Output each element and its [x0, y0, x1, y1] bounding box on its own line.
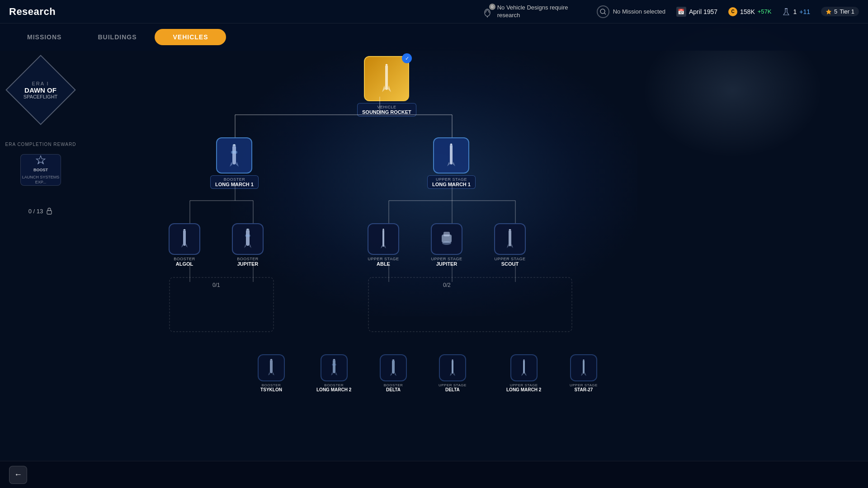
scout-card[interactable]	[494, 223, 526, 255]
node-sounding-rocket[interactable]: ✓ VEHICLE SOUNDING ROCKET	[357, 56, 416, 117]
tabs-bar: MISSIONS BUILDINGS VEHICLES	[0, 23, 868, 51]
scout-label: UPPER STAGE	[495, 257, 526, 261]
node-upper-stage-long-march-1[interactable]: UPPER STAGE LONG MARCH 1	[427, 137, 476, 189]
upper-lm1-label: UPPER STAGE	[432, 177, 471, 182]
node-upper-lm2[interactable]: UPPER STAGE LONG MARCH 2	[506, 354, 541, 392]
sounding-rocket-card[interactable]: ✓	[364, 56, 409, 101]
star27-card[interactable]	[570, 354, 597, 381]
science-delta: +11	[799, 8, 810, 15]
tab-buildings[interactable]: BUILDINGS	[80, 29, 155, 45]
header: Research 0 No Vehicle Designs require re…	[0, 0, 868, 23]
svg-rect-37	[245, 235, 250, 237]
tsyklon-label: BOOSTER	[260, 383, 282, 387]
booster-delta-card[interactable]	[380, 354, 407, 381]
svg-rect-40	[443, 232, 450, 236]
date-stat: 📅 April 1957	[676, 7, 717, 17]
sounding-rocket-checkmark: ✓	[402, 53, 412, 63]
upper-lm1-icon	[442, 142, 460, 169]
era-name: DAWN OF	[24, 86, 58, 94]
algol-card[interactable]	[169, 223, 200, 255]
search-icon	[597, 5, 609, 18]
booster-delta-badge: BOOSTER DELTA	[384, 383, 403, 392]
svg-rect-44	[333, 360, 335, 373]
tsyklon-name: TSYKLON	[260, 387, 282, 392]
tier-count: 5	[834, 8, 837, 15]
calendar-icon: 📅	[676, 7, 686, 17]
back-button[interactable]: ←	[9, 466, 27, 484]
algol-badge: BOOSTER ALGOL	[174, 257, 195, 267]
able-name: ABLE	[368, 261, 399, 267]
able-card[interactable]	[368, 223, 399, 255]
booster-lm1-icon	[225, 142, 243, 169]
node-booster-delta[interactable]: BOOSTER DELTA	[380, 354, 407, 392]
star27-icon	[578, 358, 589, 377]
science-stat: 1 +11	[782, 8, 810, 16]
svg-rect-35	[183, 230, 186, 246]
algol-name: ALGOL	[174, 261, 195, 267]
node-upper-delta[interactable]: UPPER STAGE DELTA	[439, 354, 467, 392]
scout-name: SCOUT	[495, 261, 526, 267]
upper-lm2-icon	[519, 358, 529, 377]
vehicles-badge: 0	[489, 4, 495, 10]
booster-lm1-name: LONG MARCH 1	[215, 182, 254, 187]
able-badge: UPPER STAGE ABLE	[368, 257, 399, 267]
upper-delta-icon	[447, 358, 458, 377]
svg-rect-34	[450, 145, 453, 164]
algol-icon	[178, 228, 191, 250]
svg-rect-7	[47, 211, 52, 214]
upper-delta-card[interactable]	[439, 354, 466, 381]
mission-notification: No Mission selected	[597, 5, 665, 18]
star27-name: STAR-27	[570, 387, 598, 392]
era-roman: ERA I	[24, 81, 58, 86]
booster-lm1-card[interactable]	[216, 137, 252, 174]
svg-rect-36	[246, 230, 250, 246]
scout-icon	[504, 228, 516, 250]
booster-jupiter-card[interactable]	[232, 223, 264, 255]
upper-lm2-badge: UPPER STAGE LONG MARCH 2	[506, 383, 541, 392]
tab-missions[interactable]: MISSIONS	[9, 29, 80, 45]
node-upper-able[interactable]: UPPER STAGE ABLE	[368, 223, 399, 267]
booster-jupiter-icon	[241, 228, 255, 250]
upper-delta-label: UPPER STAGE	[439, 383, 467, 387]
node-booster-jupiter[interactable]: BOOSTER JUPITER	[232, 223, 264, 267]
algol-label: BOOSTER	[174, 257, 195, 261]
svg-point-2	[600, 9, 605, 14]
node-upper-star27[interactable]: UPPER STAGE STAR-27	[570, 354, 598, 392]
currency-stat: C 158K +57K	[728, 7, 771, 16]
booster-delta-icon	[388, 358, 399, 377]
node-booster-long-march-1[interactable]: BOOSTER LONG MARCH 1	[210, 137, 259, 189]
booster-lm2-card[interactable]	[321, 354, 348, 381]
notification-bar: 0 No Vehicle Designs require research No…	[481, 4, 665, 19]
reward-desc: LAUNCH SYSTEMS EXP...	[21, 175, 61, 185]
node-booster-lm2[interactable]: BOOSTER LONG MARCH 2	[316, 354, 351, 392]
tab-vehicles[interactable]: VEHICLES	[155, 29, 226, 45]
upper-delta-name: DELTA	[439, 387, 467, 392]
tsyklon-icon	[266, 358, 277, 377]
era-reward-box: BOOST LAUNCH SYSTEMS EXP...	[20, 154, 61, 186]
node-booster-algol[interactable]: BOOSTER ALGOL	[169, 223, 200, 267]
era-sub: SPACEFLIGHT	[24, 94, 58, 99]
svg-rect-45	[332, 364, 336, 366]
tsyklon-card[interactable]	[258, 354, 285, 381]
booster-lm2-icon	[329, 358, 340, 377]
svg-line-3	[604, 13, 606, 14]
vehicles-notif-label: No Vehicle Designs require research	[497, 4, 588, 19]
sounding-rocket-badge: VEHICLE SOUNDING ROCKET	[357, 103, 416, 117]
mission-notif-label: No Mission selected	[613, 8, 665, 15]
vehicles-notification: 0 No Vehicle Designs require research	[481, 4, 588, 19]
node-upper-scout[interactable]: UPPER STAGE SCOUT	[494, 223, 526, 267]
upper-jupiter-card[interactable]	[431, 223, 462, 255]
upper-lm2-label: UPPER STAGE	[506, 383, 541, 387]
upper-lm2-card[interactable]	[510, 354, 538, 381]
tech-tree: ✓ VEHICLE SOUNDING ROCKET	[81, 47, 868, 488]
progress-value: 0 / 13	[28, 208, 43, 215]
svg-rect-38	[382, 230, 384, 247]
sounding-rocket-icon	[375, 63, 398, 94]
able-label: UPPER STAGE	[368, 257, 399, 261]
svg-rect-46	[392, 360, 395, 374]
node-booster-tsyklon[interactable]: BOOSTER TSYKLON	[258, 354, 285, 392]
svg-rect-42	[509, 230, 511, 246]
node-upper-jupiter[interactable]: UPPER STAGE JUPITER	[431, 223, 462, 267]
upper-lm1-card[interactable]	[433, 137, 469, 174]
star27-badge: UPPER STAGE STAR-27	[570, 383, 598, 392]
